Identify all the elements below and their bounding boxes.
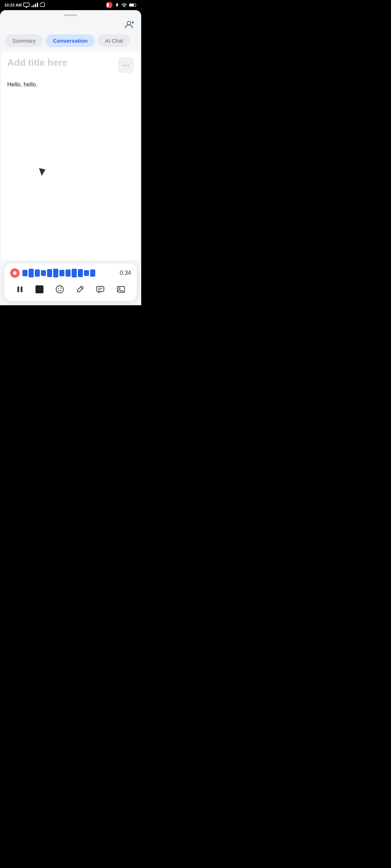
svg-point-15 xyxy=(56,286,63,293)
app-container: Summary Conversation AI Chat Add title h… xyxy=(0,10,141,305)
svg-line-18 xyxy=(80,287,82,289)
pause-button[interactable] xyxy=(14,283,26,295)
svg-rect-5 xyxy=(35,4,36,7)
tab-summary[interactable]: Summary xyxy=(5,34,43,47)
add-person-icon xyxy=(124,20,134,29)
svg-rect-0 xyxy=(24,3,29,7)
highlight-button[interactable] xyxy=(73,283,87,296)
svg-rect-22 xyxy=(117,286,125,292)
svg-rect-4 xyxy=(33,5,34,7)
more-options-button[interactable]: ··· xyxy=(118,57,134,73)
recording-timer: 0:34 xyxy=(120,270,131,276)
drag-handle[interactable] xyxy=(64,14,77,16)
screen-icon xyxy=(23,3,30,8)
cloud-icon xyxy=(40,2,46,8)
wifi-icon xyxy=(121,3,127,7)
content-area: Add title here ··· Hello, hello. xyxy=(1,51,140,260)
signal-icon xyxy=(31,3,38,8)
highlight-icon xyxy=(76,285,84,294)
status-right xyxy=(106,2,137,8)
rec-dot-icon xyxy=(10,268,20,278)
comment-button[interactable] xyxy=(94,283,107,296)
svg-point-17 xyxy=(60,288,61,289)
battery-icon xyxy=(129,3,137,7)
title-row: Add title here ··· xyxy=(7,57,134,73)
conversation-text: Hello, hello. xyxy=(7,80,134,89)
status-time: 10:23 AM xyxy=(4,3,22,7)
svg-rect-14 xyxy=(21,286,22,292)
status-bar: 10:23 AM xyxy=(0,0,141,10)
tab-conversation[interactable]: Conversation xyxy=(46,34,95,47)
page-title[interactable]: Add title here xyxy=(7,57,67,68)
recording-bar: 0:34 xyxy=(4,263,137,301)
emoji-icon xyxy=(55,285,64,294)
svg-point-23 xyxy=(119,288,120,289)
add-person-button[interactable] xyxy=(122,19,135,31)
svg-rect-6 xyxy=(37,3,38,7)
recording-top: 0:34 xyxy=(10,268,131,278)
svg-rect-13 xyxy=(17,286,19,292)
tab-ai-chat[interactable]: AI Chat xyxy=(98,34,130,47)
image-icon xyxy=(117,285,125,294)
top-actions xyxy=(0,19,141,34)
pause-icon xyxy=(16,285,24,293)
recording-indicator-icon xyxy=(106,2,113,8)
mouse-cursor xyxy=(37,165,45,176)
bluetooth-icon xyxy=(114,3,119,8)
svg-rect-9 xyxy=(130,4,134,6)
status-left: 10:23 AM xyxy=(4,2,46,8)
comment-icon xyxy=(96,285,105,294)
svg-point-7 xyxy=(124,7,125,8)
image-button[interactable] xyxy=(114,283,127,296)
svg-point-16 xyxy=(58,288,59,289)
recording-bar-wrapper: 0:34 xyxy=(0,260,141,305)
svg-rect-19 xyxy=(97,286,104,292)
recording-actions xyxy=(10,283,131,296)
svg-rect-3 xyxy=(31,6,33,7)
tabs-container: Summary Conversation AI Chat xyxy=(0,34,141,51)
handle-bar[interactable] xyxy=(0,10,141,19)
stop-icon xyxy=(35,285,43,293)
emoji-button[interactable] xyxy=(53,283,66,296)
svg-point-10 xyxy=(127,21,131,25)
stop-button[interactable] xyxy=(33,283,46,295)
waveform xyxy=(22,269,115,277)
